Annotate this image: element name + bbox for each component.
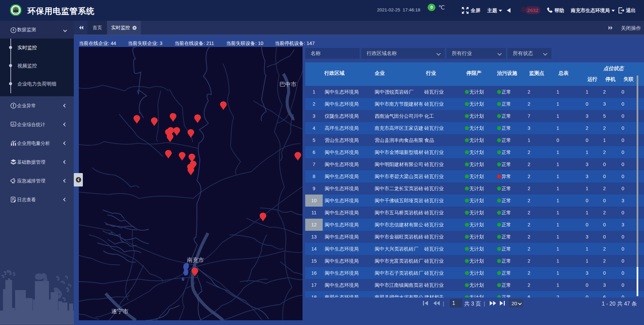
svg-text:南充市: 南充市 bbox=[187, 257, 204, 263]
svg-text:巴中市: 巴中市 bbox=[279, 81, 297, 88]
svg-text:遂宁市: 遂宁市 bbox=[111, 308, 128, 315]
